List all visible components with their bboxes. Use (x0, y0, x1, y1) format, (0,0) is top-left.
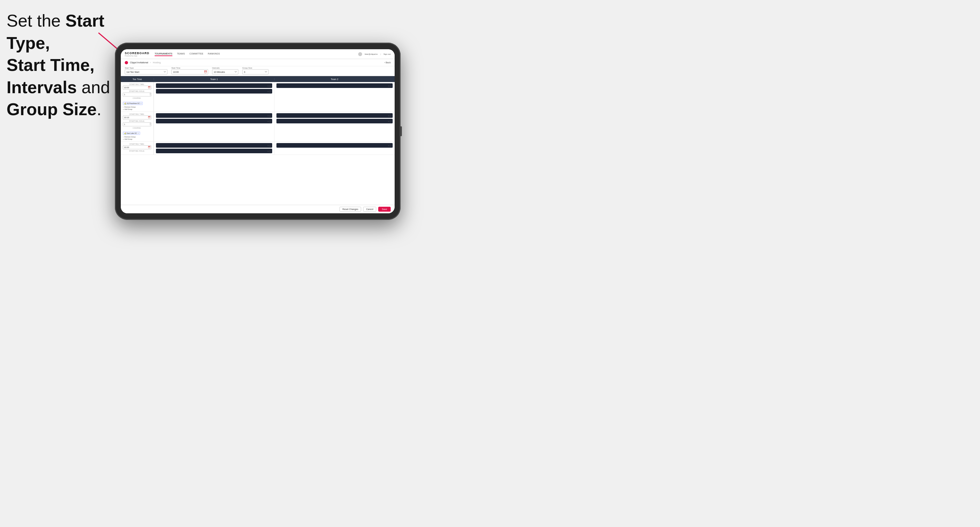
start-time-input[interactable] (171, 69, 208, 75)
course-label-1: COURSE: (123, 97, 151, 99)
add-group-2[interactable]: + Add Group (123, 138, 151, 140)
player-slot: × ◻ (277, 143, 393, 148)
breadcrumb: Clippd Invitational › Hosting (125, 61, 161, 64)
course-remove-1[interactable]: × (140, 102, 142, 104)
table-body: STARTING TIME: ⏰ STARTING HOLE: ▲ ▼ COUR… (121, 82, 395, 205)
tablet-screen: SCOREBOARD Powered by clipp TOURNAMENTS … (121, 49, 395, 213)
sign-out-link[interactable]: Sign out (383, 53, 391, 55)
nav-teams[interactable]: TEAMS (177, 52, 185, 56)
player-slot: × ◻ (156, 83, 272, 88)
tee-time-input-3[interactable] (123, 145, 151, 149)
player-slot: × ◻ (277, 119, 393, 123)
intervals-label: Intervals (212, 67, 239, 69)
start-time-group: Start Time ⏰ (171, 67, 208, 75)
intervals-group: Intervals 10 Minutes (212, 67, 239, 75)
tee-time-input-2[interactable] (123, 116, 151, 119)
table-row: STARTING TIME: ⏰ STARTING HOLE: × ◻ × ◻ (121, 142, 395, 155)
tournament-name[interactable]: Clippd Invitational (130, 61, 148, 63)
course-name-2: East Lake GC (127, 132, 137, 134)
logo-scoreboard: SCOREBOARD (125, 51, 150, 55)
tee-time-wrap-1: ⏰ (123, 86, 151, 90)
slot-close[interactable]: × ◻ (267, 90, 271, 92)
course-label-2: COURSE: (123, 127, 151, 129)
course-icon-1: ⛳ (124, 102, 126, 104)
back-button[interactable]: ‹ Back (384, 61, 391, 63)
breadcrumb-bar: Clippd Invitational › Hosting ‹ Back (121, 59, 395, 66)
course-tag-1: ⛳ (A) Peachtree GC × (123, 102, 143, 105)
top-navigation: SCOREBOARD Powered by clipp TOURNAMENTS … (121, 49, 395, 59)
course-name-1: (A) Peachtree GC (127, 102, 140, 104)
intervals-select[interactable]: 10 Minutes (212, 69, 239, 75)
group-size-select[interactable]: 3 (242, 69, 269, 75)
add-group-1[interactable]: + Add Group (123, 108, 151, 110)
slot-close[interactable]: × ◻ (388, 144, 391, 147)
starting-hole-input-1[interactable] (123, 92, 151, 97)
bold-start-time: Start Time, (6, 56, 95, 75)
slot-close[interactable]: × ◻ (267, 150, 271, 152)
nav-committee[interactable]: COMMITTEE (189, 52, 203, 56)
hole-down-2[interactable]: ▼ (150, 124, 151, 126)
nav-right: blair@clippd.io | Sign out (358, 52, 391, 56)
reset-changes-button[interactable]: Reset Changes (339, 207, 361, 212)
tee-time-input-1[interactable] (123, 86, 151, 90)
logo-area: SCOREBOARD Powered by clipp (125, 51, 150, 57)
player-slot: × ◻ (277, 83, 393, 88)
slot-close[interactable]: × ◻ (388, 114, 391, 117)
starting-time-label-1: STARTING TIME: (123, 83, 151, 85)
tournament-icon (125, 61, 128, 64)
team1-section-1: × ◻ × ◻ (154, 82, 274, 111)
table-row: STARTING TIME: ⏰ STARTING HOLE: ▲ ▼ COUR… (121, 82, 395, 112)
team2-section-2: × ◻ × ◻ (274, 112, 395, 141)
cancel-button[interactable]: Cancel (363, 207, 376, 212)
starting-hole-input-2[interactable] (123, 122, 151, 126)
tee-col-1: STARTING TIME: ⏰ STARTING HOLE: ▲ ▼ COUR… (121, 82, 154, 111)
slot-close[interactable]: × ◻ (267, 144, 271, 147)
bold-intervals: Intervals (6, 78, 77, 97)
group-size-group: Group Size 3 (242, 67, 269, 75)
side-button[interactable] (401, 126, 402, 136)
remove-group-2[interactable]: ○ Remove Group (123, 136, 151, 138)
player-slot: × ◻ (156, 119, 272, 123)
player-slot: × ◻ (277, 113, 393, 118)
starting-time-label-2: STARTING TIME: (123, 113, 151, 115)
slot-close[interactable]: × ◻ (388, 85, 391, 87)
header-team1: Team 1 (154, 78, 274, 80)
tablet-device: SCOREBOARD Powered by clipp TOURNAMENTS … (115, 43, 401, 220)
start-type-select[interactable]: 1st Tee Start (125, 69, 167, 75)
player-slot: × ◻ (156, 113, 272, 118)
user-email: blair@clippd.io (365, 53, 377, 55)
slot-close[interactable]: × ◻ (388, 120, 391, 122)
slot-close[interactable]: × ◻ (267, 120, 271, 122)
clock-icon: ⏰ (204, 71, 207, 73)
header-tee-time: Tee Time (121, 78, 154, 80)
starting-time-label-3: STARTING TIME: (123, 143, 151, 145)
user-avatar (358, 52, 362, 56)
starting-hole-label-1: STARTING HOLE: (123, 90, 151, 92)
instruction-text: Set the Start Type, Start Time, Interval… (6, 10, 111, 121)
hole-down-1[interactable]: ▼ (150, 94, 151, 96)
tee-clock-icon-2: ⏰ (148, 116, 151, 119)
tee-clock-icon-1: ⏰ (148, 86, 151, 89)
slot-close[interactable]: × ◻ (267, 85, 271, 87)
remove-group-1[interactable]: ○ Remove Group (123, 106, 151, 108)
player-slot: × ◻ (156, 143, 272, 148)
logo-sub: Powered by clipp (125, 55, 150, 57)
start-time-wrap: ⏰ (171, 69, 208, 75)
course-tag-2: ⛳ East Lake GC × (123, 132, 140, 135)
team1-section-3: × ◻ × ◻ (154, 142, 274, 154)
slot-close[interactable]: × ◻ (267, 114, 271, 117)
start-type-label: Start Type (125, 67, 167, 69)
nav-rankings[interactable]: RANKINGS (208, 52, 220, 56)
start-time-label: Start Time (171, 67, 208, 69)
table-header: Tee Time Team 1 Team 2 (121, 76, 395, 82)
current-page: Hosting (153, 61, 161, 63)
nav-tournaments[interactable]: TOURNAMENTS (154, 52, 172, 56)
starting-hole-label-2: STARTING HOLE: (123, 120, 151, 122)
nav-links: TOURNAMENTS TEAMS COMMITTEE RANKINGS (154, 52, 358, 56)
tee-col-3: STARTING TIME: ⏰ STARTING HOLE: (121, 142, 154, 154)
save-button[interactable]: Save (378, 207, 391, 212)
tee-clock-icon-3: ⏰ (148, 146, 151, 149)
bold-group-size: Group Size (6, 100, 97, 119)
starting-hole-label-3: STARTING HOLE: (123, 150, 151, 152)
course-remove-2[interactable]: × (138, 132, 139, 134)
